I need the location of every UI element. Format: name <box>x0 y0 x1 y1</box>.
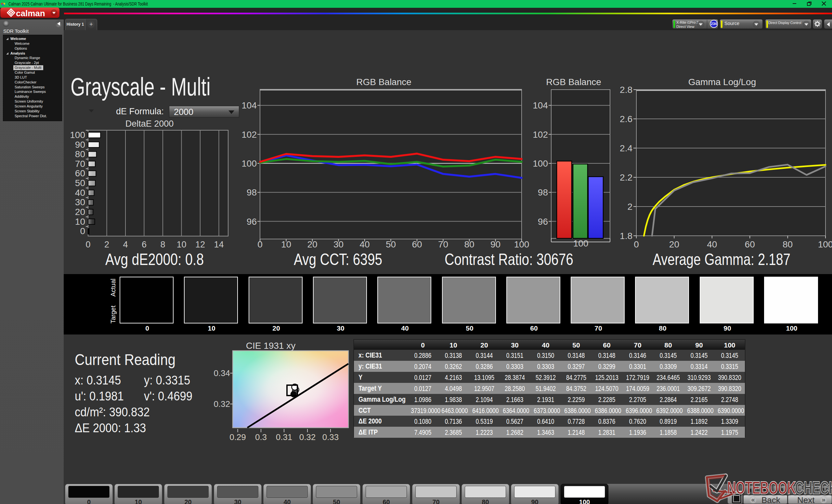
svg-text:96: 96 <box>247 217 257 227</box>
svg-text:102: 102 <box>241 130 257 140</box>
svg-text:0.34: 0.34 <box>213 368 230 378</box>
svg-text:14: 14 <box>214 240 224 249</box>
svg-text:60: 60 <box>75 168 85 178</box>
svg-text:104: 104 <box>241 100 257 110</box>
svg-text:0.29: 0.29 <box>230 432 246 442</box>
svg-text:30: 30 <box>334 239 343 249</box>
svg-text:80: 80 <box>783 239 793 249</box>
svg-text:0: 0 <box>85 240 90 249</box>
svg-text:98: 98 <box>247 187 257 197</box>
svg-text:1.8: 1.8 <box>620 231 632 241</box>
svg-text:2.4: 2.4 <box>620 143 632 153</box>
svg-text:6: 6 <box>142 240 147 249</box>
svg-text:50: 50 <box>386 239 396 249</box>
svg-text:0.32: 0.32 <box>213 399 230 409</box>
svg-text:80: 80 <box>75 149 85 159</box>
svg-text:20: 20 <box>669 239 679 249</box>
svg-text:Avg CCT: 6395: Avg CCT: 6395 <box>294 250 382 269</box>
svg-text:60: 60 <box>745 239 755 249</box>
svg-text:DeltaE 2000: DeltaE 2000 <box>126 119 174 129</box>
svg-text:50: 50 <box>75 178 85 188</box>
svg-text:102: 102 <box>533 130 548 140</box>
svg-text:100: 100 <box>241 159 257 169</box>
svg-text:80: 80 <box>464 239 474 249</box>
svg-text:96: 96 <box>538 217 548 227</box>
svg-text:104: 104 <box>533 100 548 110</box>
svg-text:12: 12 <box>195 240 205 249</box>
svg-text:CIE 1931 xy: CIE 1931 xy <box>246 341 296 351</box>
svg-text:20: 20 <box>75 207 85 217</box>
svg-text:Avg dE2000: 0.8: Avg dE2000: 0.8 <box>105 250 204 269</box>
svg-text:0: 0 <box>634 239 639 249</box>
svg-text:100: 100 <box>514 239 529 249</box>
svg-text:30: 30 <box>75 197 85 207</box>
svg-text:40: 40 <box>75 188 85 198</box>
svg-text:RGB Balance: RGB Balance <box>546 77 601 87</box>
svg-text:60: 60 <box>412 239 422 249</box>
svg-text:10: 10 <box>75 217 85 227</box>
svg-text:0.3: 0.3 <box>255 432 267 442</box>
svg-text:2: 2 <box>104 240 109 249</box>
svg-text:4: 4 <box>123 240 128 249</box>
svg-text:10: 10 <box>281 239 291 249</box>
svg-text:2.6: 2.6 <box>620 114 632 124</box>
svg-text:100: 100 <box>818 239 832 249</box>
svg-text:70: 70 <box>75 159 85 169</box>
svg-text:20: 20 <box>307 239 317 249</box>
svg-text:98: 98 <box>538 187 548 197</box>
svg-text:2.2: 2.2 <box>620 172 632 183</box>
svg-text:100: 100 <box>573 239 589 248</box>
svg-text:0.32: 0.32 <box>299 432 316 442</box>
svg-text:Gamma Log/Log: Gamma Log/Log <box>688 77 756 87</box>
svg-text:0.31: 0.31 <box>276 432 292 442</box>
svg-text:100: 100 <box>70 130 85 140</box>
svg-text:Contrast Ratio: 30676: Contrast Ratio: 30676 <box>445 250 573 269</box>
svg-text:Average Gamma: 2.187: Average Gamma: 2.187 <box>653 250 790 269</box>
svg-text:90: 90 <box>490 239 500 249</box>
svg-text:2: 2 <box>627 202 632 212</box>
svg-text:8: 8 <box>160 240 165 249</box>
svg-text:0: 0 <box>80 226 85 236</box>
svg-text:10: 10 <box>177 240 186 249</box>
svg-text:2.8: 2.8 <box>620 85 632 95</box>
svg-text:40: 40 <box>707 239 717 249</box>
svg-text:RGB Balance: RGB Balance <box>356 77 412 87</box>
svg-text:70: 70 <box>438 239 448 249</box>
svg-text:90: 90 <box>75 140 85 150</box>
svg-text:0.33: 0.33 <box>322 432 339 442</box>
svg-text:100: 100 <box>533 159 548 169</box>
svg-text:40: 40 <box>360 239 369 249</box>
svg-text:0: 0 <box>257 239 263 249</box>
